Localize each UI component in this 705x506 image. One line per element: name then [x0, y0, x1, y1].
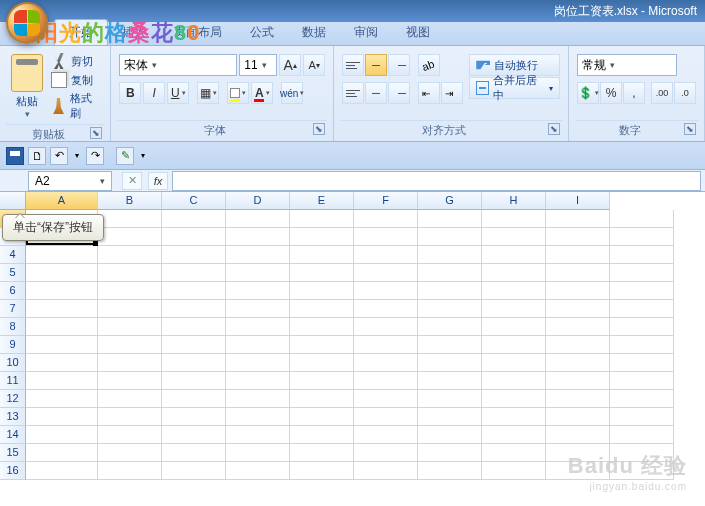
- paste-button[interactable]: 粘贴 ▾: [6, 50, 49, 124]
- merge-center-button[interactable]: 合并后居中▾: [469, 77, 560, 99]
- row-header[interactable]: 10: [0, 354, 26, 372]
- copy-label: 复制: [71, 73, 93, 88]
- tab-view[interactable]: 视图: [392, 20, 444, 45]
- font-size-value: 11: [244, 58, 257, 72]
- paste-dropdown-icon[interactable]: ▾: [25, 109, 30, 119]
- orientation-button[interactable]: ab: [418, 54, 440, 76]
- align-right-button[interactable]: [388, 82, 410, 104]
- cells-area[interactable]: // generate rows inline for brevity docu…: [26, 210, 674, 480]
- col-header[interactable]: D: [226, 192, 290, 210]
- row-header[interactable]: 14: [0, 426, 26, 444]
- ribbon: 粘贴 ▾ 剪切 复制 格式刷 剪贴板⬊ 宋体▾ 11▾ A▴ A▾ B I U▾: [0, 46, 705, 142]
- spreadsheet-grid[interactable]: A B C D E F G H I 2 3 4 5 6 7 8 9 10 11 …: [0, 192, 705, 480]
- col-header[interactable]: I: [546, 192, 610, 210]
- row-header[interactable]: 11: [0, 372, 26, 390]
- redo-button[interactable]: ↷: [86, 147, 104, 165]
- row-header[interactable]: 4: [0, 246, 26, 264]
- save-button[interactable]: [6, 147, 24, 165]
- format-painter-button[interactable]: 格式刷: [49, 90, 104, 122]
- wrap-icon: [476, 58, 490, 72]
- cut-icon: [51, 53, 67, 69]
- font-name-combo[interactable]: 宋体▾: [119, 54, 237, 76]
- tab-page-layout[interactable]: 页面布局: [160, 20, 236, 45]
- quick-access-toolbar: 🗋 ↶ ▾ ↷ ✎ ▾: [0, 142, 705, 170]
- brush-icon: [51, 98, 66, 114]
- decrease-font-button[interactable]: A▾: [303, 54, 325, 76]
- percent-button[interactable]: %: [600, 82, 622, 104]
- office-button[interactable]: [6, 2, 48, 44]
- quick-print-button[interactable]: ✎: [116, 147, 134, 165]
- name-box-value: A2: [35, 174, 50, 188]
- clipboard-group-label: 剪贴板: [32, 128, 65, 140]
- merge-icon: [476, 81, 489, 95]
- number-format-combo[interactable]: 常规▾: [577, 54, 677, 76]
- cut-button[interactable]: 剪切: [49, 52, 104, 70]
- undo-button[interactable]: ↶: [50, 147, 68, 165]
- row-header[interactable]: 13: [0, 408, 26, 426]
- col-header[interactable]: C: [162, 192, 226, 210]
- row-header[interactable]: 5: [0, 264, 26, 282]
- font-color-button[interactable]: A▾: [251, 82, 273, 104]
- align-left-button[interactable]: [342, 82, 364, 104]
- formula-bar: A2▾ ✕ fx: [0, 170, 705, 192]
- chevron-down-icon: ▾: [152, 60, 157, 70]
- col-header[interactable]: E: [290, 192, 354, 210]
- paste-icon: [11, 54, 43, 92]
- row-header[interactable]: 9: [0, 336, 26, 354]
- column-headers: A B C D E F G H I: [26, 192, 705, 210]
- name-box[interactable]: A2▾: [28, 171, 112, 191]
- increase-indent-button[interactable]: ⇥: [441, 82, 463, 104]
- increase-font-button[interactable]: A▴: [279, 54, 301, 76]
- tab-review[interactable]: 审阅: [340, 20, 392, 45]
- row-header[interactable]: 16: [0, 462, 26, 480]
- col-header[interactable]: B: [98, 192, 162, 210]
- group-alignment: ab ⇤ ⇥ 自动换行 合并后居中▾ 对齐方式⬊: [334, 46, 569, 141]
- align-top-button[interactable]: [342, 54, 364, 76]
- increase-decimal-button[interactable]: .00: [651, 82, 673, 104]
- align-bottom-button[interactable]: [388, 54, 410, 76]
- col-header[interactable]: F: [354, 192, 418, 210]
- col-header[interactable]: G: [418, 192, 482, 210]
- number-launcher[interactable]: ⬊: [684, 123, 696, 135]
- align-launcher[interactable]: ⬊: [548, 123, 560, 135]
- cancel-formula-button[interactable]: ✕: [122, 172, 142, 190]
- number-group-label: 数字: [619, 124, 641, 136]
- col-header[interactable]: A: [26, 192, 98, 210]
- decrease-decimal-button[interactable]: .0: [674, 82, 696, 104]
- new-button[interactable]: 🗋: [28, 147, 46, 165]
- align-group-label: 对齐方式: [422, 124, 466, 136]
- wrap-label: 自动换行: [494, 58, 538, 73]
- fill-color-button[interactable]: ▾: [227, 82, 249, 104]
- insert-function-button[interactable]: fx: [148, 172, 168, 190]
- row-header[interactable]: 7: [0, 300, 26, 318]
- row-header[interactable]: 8: [0, 318, 26, 336]
- row-header[interactable]: 12: [0, 390, 26, 408]
- border-button[interactable]: ▦▾: [197, 82, 219, 104]
- phonetic-button[interactable]: wén▾: [281, 82, 303, 104]
- office-logo-icon: [14, 10, 40, 36]
- clipboard-launcher[interactable]: ⬊: [90, 127, 102, 139]
- tab-data[interactable]: 数据: [288, 20, 340, 45]
- row-header[interactable]: 6: [0, 282, 26, 300]
- comma-button[interactable]: ,: [623, 82, 645, 104]
- chevron-down-icon: ▾: [262, 60, 267, 70]
- qat-customize[interactable]: ▾: [138, 147, 148, 165]
- align-center-button[interactable]: [365, 82, 387, 104]
- italic-button[interactable]: I: [143, 82, 165, 104]
- group-font: 宋体▾ 11▾ A▴ A▾ B I U▾ ▦▾ ▾ A▾ wén▾ 字体⬊: [111, 46, 334, 141]
- tab-insert[interactable]: 插入: [108, 20, 160, 45]
- formula-input[interactable]: [172, 171, 701, 191]
- tab-home[interactable]: 开始: [54, 19, 108, 45]
- copy-button[interactable]: 复制: [49, 71, 104, 89]
- undo-dropdown[interactable]: ▾: [72, 147, 82, 165]
- col-header[interactable]: H: [482, 192, 546, 210]
- font-size-combo[interactable]: 11▾: [239, 54, 277, 76]
- underline-button[interactable]: U▾: [167, 82, 189, 104]
- currency-button[interactable]: 💲▾: [577, 82, 599, 104]
- decrease-indent-button[interactable]: ⇤: [418, 82, 440, 104]
- font-launcher[interactable]: ⬊: [313, 123, 325, 135]
- align-middle-button[interactable]: [365, 54, 387, 76]
- row-header[interactable]: 15: [0, 444, 26, 462]
- bold-button[interactable]: B: [119, 82, 141, 104]
- tab-formulas[interactable]: 公式: [236, 20, 288, 45]
